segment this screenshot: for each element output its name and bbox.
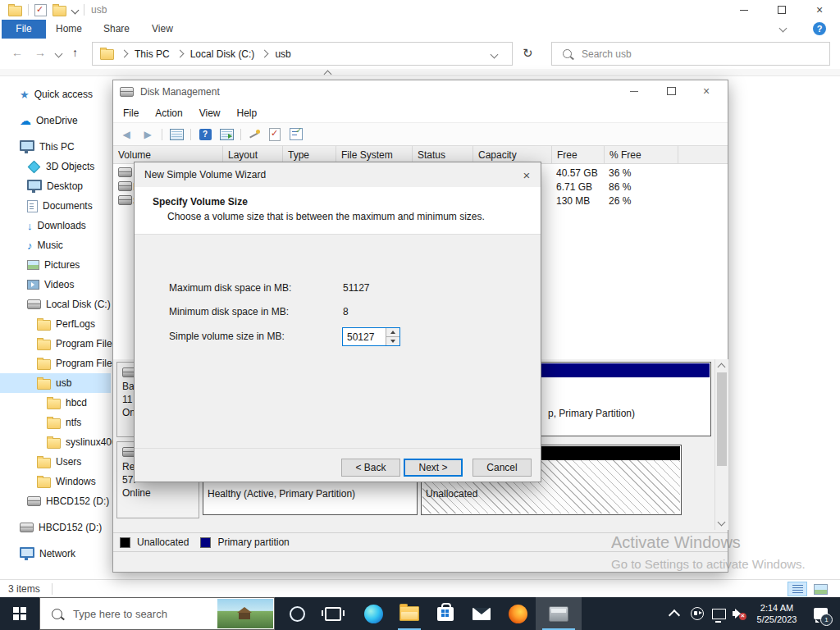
scrollbar-thumb[interactable] [717,372,727,466]
menu-view[interactable]: View [199,107,221,119]
sidebar-item-hbcd[interactable]: hbcd [0,393,111,413]
help-icon[interactable] [199,129,212,140]
tab-home[interactable]: Home [56,20,82,39]
sidebar-item-music[interactable]: Music [0,235,111,255]
dm-scrollbar[interactable] [714,359,728,530]
forward-icon[interactable] [140,127,155,142]
sidebar-item-desktop[interactable]: Desktop [0,176,111,196]
meet-now-button[interactable] [686,597,709,630]
taskbar-search-box[interactable]: Type here to search [39,597,275,630]
breadcrumb-usb[interactable]: usb [275,48,290,60]
volume-size-spinner[interactable]: 50127 [342,327,400,346]
sidebar-item-hbcd152-d[interactable]: HBCD152 (D:) [0,491,111,511]
column-header-pct-free[interactable]: % Free [605,146,678,164]
sidebar-item-usb[interactable]: usb [0,373,111,393]
sidebar-item-3d-objects[interactable]: 3D Objects [0,157,111,176]
graphical-view-icon[interactable] [220,129,234,140]
file-explorer-button[interactable] [391,597,427,630]
back-button[interactable]: < Back [341,459,400,477]
forward-icon[interactable]: → [34,46,46,59]
dm-maximize-button[interactable] [658,82,684,100]
sidebar-item-quick-access[interactable]: Quick access [0,84,111,104]
store-button[interactable] [427,597,463,630]
breadcrumb-this-pc[interactable]: This PC [135,48,170,60]
sidebar-item-network[interactable]: Network [0,544,111,564]
breadcrumb-local-disk-c[interactable]: Local Disk (C:) [190,48,255,60]
spin-down-button[interactable] [386,337,399,345]
spin-up-button[interactable] [386,328,399,337]
sidebar-item-program-files-2[interactable]: Program Files [0,354,111,373]
sidebar-item-documents[interactable]: Documents [0,196,111,216]
taskbar-clock[interactable]: 2:14 AM 5/25/2023 [750,602,804,625]
properties-icon[interactable] [34,4,47,16]
menu-action[interactable]: Action [155,107,182,119]
mail-button[interactable] [463,597,500,630]
dm-titlebar[interactable]: Disk Management × [113,80,728,103]
minimize-button[interactable] [725,0,763,20]
task-view-button[interactable] [315,597,351,630]
start-button[interactable] [0,597,39,630]
sidebar-item-downloads[interactable]: Downloads [0,216,111,235]
tab-view[interactable]: View [152,20,173,39]
sidebar-item-hbcd152-d-2[interactable]: HBCD152 (D:) [0,518,111,537]
maximize-button[interactable] [763,0,801,20]
breadcrumb-chevron-icon[interactable] [261,50,269,58]
sidebar-item-users[interactable]: Users [0,452,111,472]
menu-help[interactable]: Help [237,107,258,119]
refresh-icon[interactable]: ↻ [523,46,533,61]
address-dropdown-chevron-icon[interactable] [491,51,499,59]
action-center-button[interactable]: 1 [806,597,835,630]
details-view-button[interactable] [788,582,807,596]
expand-ribbon-chevron-icon[interactable] [779,25,788,33]
breadcrumb-chevron-icon[interactable] [176,50,184,58]
check-disk-icon[interactable] [269,128,281,141]
sidebar-item-program-files[interactable]: Program Files [0,334,111,354]
properties-list-icon[interactable] [290,128,303,140]
sidebar-item-videos[interactable]: Videos [0,275,111,294]
close-button[interactable]: × [801,0,838,20]
sidebar-item-syslinux406[interactable]: syslinux406 [0,432,111,452]
wizard-close-button[interactable]: × [513,162,541,187]
scroll-up-icon[interactable] [718,363,726,372]
sidebar-item-this-pc[interactable]: This PC [0,137,111,157]
help-icon[interactable] [813,22,826,35]
customize-toolbar-chevron-icon[interactable] [71,6,80,14]
chevron-up-icon[interactable] [324,71,332,79]
wizard-wand-icon[interactable] [248,128,261,141]
breadcrumb-chevron-icon[interactable] [121,50,129,58]
explorer-search-box[interactable]: Search usb [551,42,830,66]
firefox-button[interactable] [500,597,536,630]
back-icon[interactable] [119,127,134,142]
address-bar[interactable]: This PC Local Disk (C:) usb [92,42,513,66]
new-folder-icon[interactable] [52,6,66,16]
recent-locations-chevron-icon[interactable] [55,50,63,58]
menu-file[interactable]: File [123,107,139,119]
sidebar-item-onedrive[interactable]: OneDrive [0,111,111,130]
thumbnails-view-button[interactable] [810,582,830,596]
volume-size-input[interactable]: 50127 [343,328,386,345]
column-header-free-space[interactable]: Free Spa... [552,146,605,164]
dm-minimize-button[interactable] [621,82,647,100]
disk-tool-button[interactable] [536,597,582,630]
scroll-down-icon[interactable] [718,518,726,527]
dm-close-button[interactable]: × [693,82,719,100]
edge-button[interactable] [355,597,391,630]
back-icon[interactable]: ← [11,46,23,59]
sidebar-item-windows[interactable]: Windows [0,472,111,491]
cancel-button[interactable]: Cancel [472,459,532,477]
tab-share[interactable]: Share [103,20,130,39]
search-highlight-image[interactable] [217,599,273,628]
volume-tray-button[interactable] [728,597,751,630]
tray-expand-button[interactable] [663,597,686,630]
wizard-titlebar[interactable]: New Simple Volume Wizard [135,162,541,187]
tab-file[interactable]: File [2,20,46,39]
sidebar-item-perflogs[interactable]: PerfLogs [0,314,111,334]
network-tray-button[interactable] [707,597,730,630]
next-button[interactable]: Next > [404,459,463,477]
sidebar-item-local-disk-c[interactable]: Local Disk (C:) [0,294,111,314]
sidebar-item-pictures[interactable]: Pictures [0,255,111,275]
cortana-button[interactable] [279,597,315,630]
list-view-icon[interactable] [170,129,184,140]
sidebar-item-ntfs[interactable]: ntfs [0,413,111,432]
up-icon[interactable]: ↑ [72,46,78,59]
